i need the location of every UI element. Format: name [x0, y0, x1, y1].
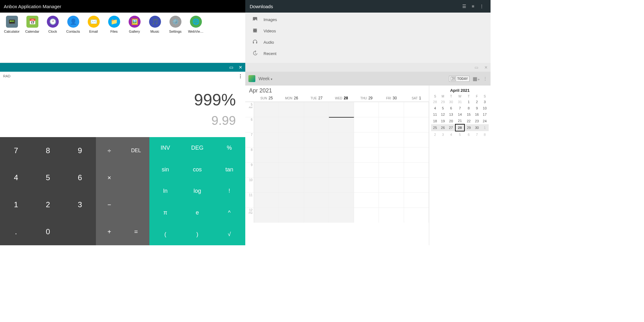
day-header-sat[interactable]: SAT 1	[404, 95, 429, 102]
mini-day[interactable]: 2	[431, 131, 439, 138]
key-tan[interactable]: tan	[213, 159, 245, 180]
time-slot[interactable]	[354, 147, 379, 162]
time-slot[interactable]	[329, 192, 354, 208]
app-calendar[interactable]: 📅 Calendar	[22, 16, 42, 63]
time-slot[interactable]	[279, 132, 304, 147]
time-slot[interactable]	[279, 102, 304, 117]
time-slot[interactable]	[379, 132, 404, 147]
time-slot[interactable]	[379, 177, 404, 192]
key-([interactable]: (	[149, 224, 181, 245]
time-slot[interactable]	[354, 192, 379, 208]
key-divide[interactable]: ÷	[96, 137, 123, 164]
mini-day[interactable]: 5	[455, 131, 464, 138]
time-slot[interactable]	[379, 102, 404, 117]
time-slot[interactable]	[404, 147, 429, 162]
time-slot[interactable]	[279, 117, 304, 132]
mini-day[interactable]: 27	[447, 124, 455, 131]
day-header-sun[interactable]: SUN 25	[254, 95, 279, 102]
mini-day[interactable]: 24	[481, 118, 489, 124]
key-cos[interactable]: cos	[181, 159, 214, 180]
key-1[interactable]: 1	[0, 191, 32, 218]
mini-day[interactable]: 7	[473, 131, 481, 138]
new-event-icon[interactable]: ▦₊	[473, 76, 480, 82]
time-slot[interactable]	[254, 102, 279, 117]
mini-day[interactable]: 19	[439, 118, 447, 124]
key-^[interactable]: ^	[213, 202, 245, 224]
close-icon[interactable]: ✕	[236, 65, 245, 70]
sort-icon[interactable]: ≡	[469, 4, 477, 9]
mini-day[interactable]: 17	[481, 111, 489, 118]
key-√[interactable]: √	[213, 224, 245, 245]
time-slot[interactable]	[279, 162, 304, 177]
time-slot[interactable]	[304, 208, 329, 223]
time-slot[interactable]	[279, 192, 304, 208]
mini-day[interactable]: 6	[447, 105, 455, 111]
mini-day[interactable]: 2	[473, 99, 481, 105]
key-8[interactable]: 8	[32, 137, 64, 164]
mini-day[interactable]: 5	[439, 105, 447, 111]
mini-day[interactable]: 28	[455, 124, 464, 131]
mini-day[interactable]: 13	[447, 111, 455, 118]
day-header-wed[interactable]: WED 28	[329, 95, 354, 102]
time-slot[interactable]	[404, 162, 429, 177]
mini-day[interactable]: 21	[455, 118, 464, 124]
key-π[interactable]: π	[149, 202, 181, 224]
time-slot[interactable]	[354, 132, 379, 147]
nav-images[interactable]: Images	[245, 14, 491, 25]
key-2[interactable]: 2	[32, 191, 64, 218]
time-slot[interactable]	[254, 208, 279, 223]
time-slot[interactable]	[254, 177, 279, 192]
mini-day[interactable]: 12	[439, 111, 447, 118]
nav-videos[interactable]: Videos	[245, 25, 491, 36]
time-slot[interactable]	[379, 208, 404, 223]
app-files[interactable]: 📁 Files	[104, 16, 124, 63]
key-e[interactable]: e	[181, 202, 214, 224]
more-icon[interactable]: ⋮	[483, 76, 487, 81]
mini-day[interactable]: 23	[473, 118, 481, 124]
mini-day[interactable]: 3	[439, 131, 447, 138]
app-contacts[interactable]: 👤 Contacts	[63, 16, 83, 63]
time-slot[interactable]	[354, 162, 379, 177]
mini-day[interactable]: 30	[447, 99, 455, 105]
time-slot[interactable]	[404, 192, 429, 208]
mini-day[interactable]: 8	[481, 131, 489, 138]
restore-icon[interactable]: ▭	[226, 65, 236, 70]
mini-day[interactable]: 15	[464, 111, 473, 118]
time-slot[interactable]	[379, 147, 404, 162]
nav-audio[interactable]: Audio	[245, 36, 491, 48]
time-slot[interactable]	[404, 177, 429, 192]
app-settings[interactable]: ⚙️ Settings	[165, 16, 186, 63]
time-slot[interactable]	[404, 117, 429, 132]
key-equals[interactable]: =	[123, 218, 149, 245]
time-slot[interactable]	[279, 147, 304, 162]
key-multiply[interactable]: ×	[96, 164, 123, 191]
time-slot[interactable]	[254, 132, 279, 147]
key-.[interactable]: .	[0, 218, 32, 245]
day-header-fri[interactable]: FRI 30	[379, 95, 404, 102]
time-slot[interactable]	[404, 132, 429, 147]
key-ln[interactable]: ln	[149, 180, 181, 202]
time-slot[interactable]	[379, 117, 404, 132]
mini-day[interactable]: 4	[431, 105, 439, 111]
key-6[interactable]: 6	[64, 164, 96, 191]
more-icon[interactable]: ⋮	[477, 4, 486, 9]
time-slot[interactable]	[304, 132, 329, 147]
mini-day[interactable]: 10	[481, 105, 489, 111]
time-slot[interactable]	[354, 102, 379, 117]
key-3[interactable]: 3	[64, 191, 96, 218]
key-add[interactable]: +	[96, 218, 123, 245]
time-slot[interactable]	[254, 117, 279, 132]
day-header-thu[interactable]: THU 29	[354, 95, 379, 102]
time-slot[interactable]	[304, 147, 329, 162]
key-delete[interactable]: DEL	[123, 137, 149, 164]
time-slot[interactable]	[254, 162, 279, 177]
close-icon[interactable]: ✕	[481, 65, 491, 70]
app-music[interactable]: 🎵 Music	[145, 16, 165, 63]
key-9[interactable]: 9	[64, 137, 96, 164]
time-slot[interactable]	[354, 177, 379, 192]
more-icon[interactable]	[239, 73, 242, 80]
time-slot[interactable]	[254, 192, 279, 208]
mini-day[interactable]: 20	[447, 118, 455, 124]
key-4[interactable]: 4	[0, 164, 32, 191]
mini-day[interactable]: 16	[473, 111, 481, 118]
